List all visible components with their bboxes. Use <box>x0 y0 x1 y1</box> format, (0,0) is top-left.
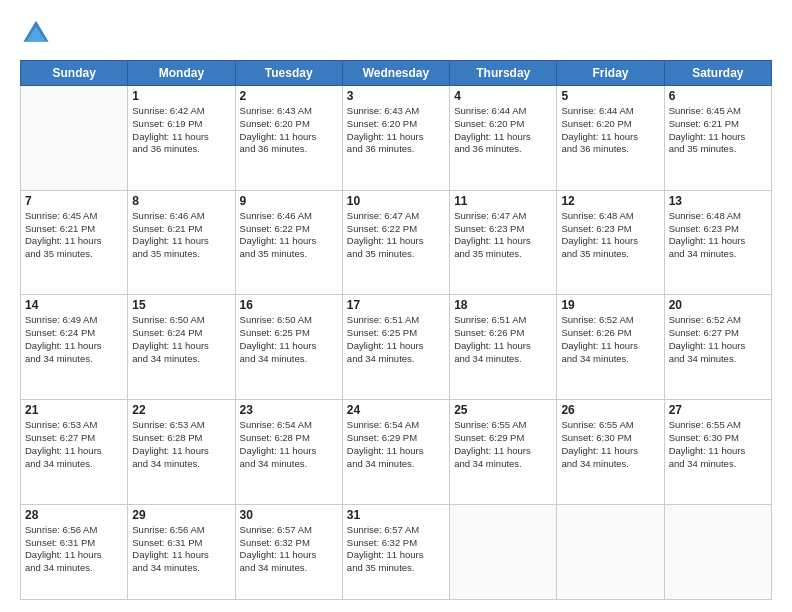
day-number: 29 <box>132 508 230 522</box>
logo <box>20 18 50 50</box>
calendar-cell: 13Sunrise: 6:48 AM Sunset: 6:23 PM Dayli… <box>664 190 771 295</box>
day-number: 9 <box>240 194 338 208</box>
cell-info: Sunrise: 6:55 AM Sunset: 6:30 PM Dayligh… <box>561 419 659 470</box>
cell-info: Sunrise: 6:48 AM Sunset: 6:23 PM Dayligh… <box>561 210 659 261</box>
calendar-cell: 21Sunrise: 6:53 AM Sunset: 6:27 PM Dayli… <box>21 400 128 505</box>
day-number: 23 <box>240 403 338 417</box>
cell-info: Sunrise: 6:52 AM Sunset: 6:27 PM Dayligh… <box>669 314 767 365</box>
calendar-cell: 4Sunrise: 6:44 AM Sunset: 6:20 PM Daylig… <box>450 86 557 191</box>
calendar-cell: 30Sunrise: 6:57 AM Sunset: 6:32 PM Dayli… <box>235 504 342 599</box>
cell-info: Sunrise: 6:46 AM Sunset: 6:21 PM Dayligh… <box>132 210 230 261</box>
cell-info: Sunrise: 6:45 AM Sunset: 6:21 PM Dayligh… <box>669 105 767 156</box>
cell-info: Sunrise: 6:56 AM Sunset: 6:31 PM Dayligh… <box>132 524 230 575</box>
day-number: 25 <box>454 403 552 417</box>
calendar-cell: 11Sunrise: 6:47 AM Sunset: 6:23 PM Dayli… <box>450 190 557 295</box>
weekday-header-friday: Friday <box>557 61 664 86</box>
day-number: 19 <box>561 298 659 312</box>
cell-info: Sunrise: 6:45 AM Sunset: 6:21 PM Dayligh… <box>25 210 123 261</box>
header <box>20 18 772 50</box>
cell-info: Sunrise: 6:47 AM Sunset: 6:22 PM Dayligh… <box>347 210 445 261</box>
day-number: 10 <box>347 194 445 208</box>
week-row-4: 21Sunrise: 6:53 AM Sunset: 6:27 PM Dayli… <box>21 400 772 505</box>
weekday-header-row: SundayMondayTuesdayWednesdayThursdayFrid… <box>21 61 772 86</box>
calendar-cell: 1Sunrise: 6:42 AM Sunset: 6:19 PM Daylig… <box>128 86 235 191</box>
calendar-cell: 17Sunrise: 6:51 AM Sunset: 6:25 PM Dayli… <box>342 295 449 400</box>
cell-info: Sunrise: 6:54 AM Sunset: 6:28 PM Dayligh… <box>240 419 338 470</box>
cell-info: Sunrise: 6:51 AM Sunset: 6:26 PM Dayligh… <box>454 314 552 365</box>
day-number: 14 <box>25 298 123 312</box>
cell-info: Sunrise: 6:55 AM Sunset: 6:29 PM Dayligh… <box>454 419 552 470</box>
day-number: 18 <box>454 298 552 312</box>
calendar-cell: 7Sunrise: 6:45 AM Sunset: 6:21 PM Daylig… <box>21 190 128 295</box>
cell-info: Sunrise: 6:57 AM Sunset: 6:32 PM Dayligh… <box>347 524 445 575</box>
weekday-header-thursday: Thursday <box>450 61 557 86</box>
cell-info: Sunrise: 6:44 AM Sunset: 6:20 PM Dayligh… <box>561 105 659 156</box>
day-number: 28 <box>25 508 123 522</box>
calendar-cell <box>21 86 128 191</box>
cell-info: Sunrise: 6:52 AM Sunset: 6:26 PM Dayligh… <box>561 314 659 365</box>
calendar-cell <box>664 504 771 599</box>
cell-info: Sunrise: 6:48 AM Sunset: 6:23 PM Dayligh… <box>669 210 767 261</box>
week-row-1: 1Sunrise: 6:42 AM Sunset: 6:19 PM Daylig… <box>21 86 772 191</box>
calendar-cell: 5Sunrise: 6:44 AM Sunset: 6:20 PM Daylig… <box>557 86 664 191</box>
calendar-cell: 8Sunrise: 6:46 AM Sunset: 6:21 PM Daylig… <box>128 190 235 295</box>
weekday-header-saturday: Saturday <box>664 61 771 86</box>
day-number: 4 <box>454 89 552 103</box>
calendar-table: SundayMondayTuesdayWednesdayThursdayFrid… <box>20 60 772 600</box>
cell-info: Sunrise: 6:55 AM Sunset: 6:30 PM Dayligh… <box>669 419 767 470</box>
day-number: 12 <box>561 194 659 208</box>
cell-info: Sunrise: 6:51 AM Sunset: 6:25 PM Dayligh… <box>347 314 445 365</box>
calendar-cell: 14Sunrise: 6:49 AM Sunset: 6:24 PM Dayli… <box>21 295 128 400</box>
cell-info: Sunrise: 6:50 AM Sunset: 6:24 PM Dayligh… <box>132 314 230 365</box>
calendar-cell: 2Sunrise: 6:43 AM Sunset: 6:20 PM Daylig… <box>235 86 342 191</box>
day-number: 24 <box>347 403 445 417</box>
cell-info: Sunrise: 6:43 AM Sunset: 6:20 PM Dayligh… <box>240 105 338 156</box>
logo-icon <box>22 18 50 46</box>
cell-info: Sunrise: 6:57 AM Sunset: 6:32 PM Dayligh… <box>240 524 338 575</box>
day-number: 1 <box>132 89 230 103</box>
calendar-cell: 27Sunrise: 6:55 AM Sunset: 6:30 PM Dayli… <box>664 400 771 505</box>
cell-info: Sunrise: 6:43 AM Sunset: 6:20 PM Dayligh… <box>347 105 445 156</box>
day-number: 26 <box>561 403 659 417</box>
weekday-header-sunday: Sunday <box>21 61 128 86</box>
day-number: 6 <box>669 89 767 103</box>
weekday-header-monday: Monday <box>128 61 235 86</box>
day-number: 8 <box>132 194 230 208</box>
calendar-cell: 9Sunrise: 6:46 AM Sunset: 6:22 PM Daylig… <box>235 190 342 295</box>
calendar-cell: 23Sunrise: 6:54 AM Sunset: 6:28 PM Dayli… <box>235 400 342 505</box>
cell-info: Sunrise: 6:46 AM Sunset: 6:22 PM Dayligh… <box>240 210 338 261</box>
calendar-cell: 12Sunrise: 6:48 AM Sunset: 6:23 PM Dayli… <box>557 190 664 295</box>
cell-info: Sunrise: 6:47 AM Sunset: 6:23 PM Dayligh… <box>454 210 552 261</box>
calendar-cell: 29Sunrise: 6:56 AM Sunset: 6:31 PM Dayli… <box>128 504 235 599</box>
calendar-cell: 24Sunrise: 6:54 AM Sunset: 6:29 PM Dayli… <box>342 400 449 505</box>
cell-info: Sunrise: 6:56 AM Sunset: 6:31 PM Dayligh… <box>25 524 123 575</box>
day-number: 17 <box>347 298 445 312</box>
day-number: 3 <box>347 89 445 103</box>
day-number: 16 <box>240 298 338 312</box>
day-number: 22 <box>132 403 230 417</box>
day-number: 30 <box>240 508 338 522</box>
cell-info: Sunrise: 6:44 AM Sunset: 6:20 PM Dayligh… <box>454 105 552 156</box>
day-number: 15 <box>132 298 230 312</box>
cell-info: Sunrise: 6:54 AM Sunset: 6:29 PM Dayligh… <box>347 419 445 470</box>
weekday-header-wednesday: Wednesday <box>342 61 449 86</box>
cell-info: Sunrise: 6:50 AM Sunset: 6:25 PM Dayligh… <box>240 314 338 365</box>
calendar-cell: 19Sunrise: 6:52 AM Sunset: 6:26 PM Dayli… <box>557 295 664 400</box>
day-number: 7 <box>25 194 123 208</box>
calendar-cell: 22Sunrise: 6:53 AM Sunset: 6:28 PM Dayli… <box>128 400 235 505</box>
calendar-cell: 16Sunrise: 6:50 AM Sunset: 6:25 PM Dayli… <box>235 295 342 400</box>
calendar-cell: 25Sunrise: 6:55 AM Sunset: 6:29 PM Dayli… <box>450 400 557 505</box>
calendar-cell: 31Sunrise: 6:57 AM Sunset: 6:32 PM Dayli… <box>342 504 449 599</box>
day-number: 20 <box>669 298 767 312</box>
cell-info: Sunrise: 6:49 AM Sunset: 6:24 PM Dayligh… <box>25 314 123 365</box>
calendar-cell: 10Sunrise: 6:47 AM Sunset: 6:22 PM Dayli… <box>342 190 449 295</box>
cell-info: Sunrise: 6:53 AM Sunset: 6:27 PM Dayligh… <box>25 419 123 470</box>
calendar-cell: 26Sunrise: 6:55 AM Sunset: 6:30 PM Dayli… <box>557 400 664 505</box>
calendar-cell: 6Sunrise: 6:45 AM Sunset: 6:21 PM Daylig… <box>664 86 771 191</box>
calendar-cell <box>450 504 557 599</box>
calendar-cell <box>557 504 664 599</box>
calendar-cell: 3Sunrise: 6:43 AM Sunset: 6:20 PM Daylig… <box>342 86 449 191</box>
calendar-cell: 15Sunrise: 6:50 AM Sunset: 6:24 PM Dayli… <box>128 295 235 400</box>
day-number: 27 <box>669 403 767 417</box>
week-row-3: 14Sunrise: 6:49 AM Sunset: 6:24 PM Dayli… <box>21 295 772 400</box>
